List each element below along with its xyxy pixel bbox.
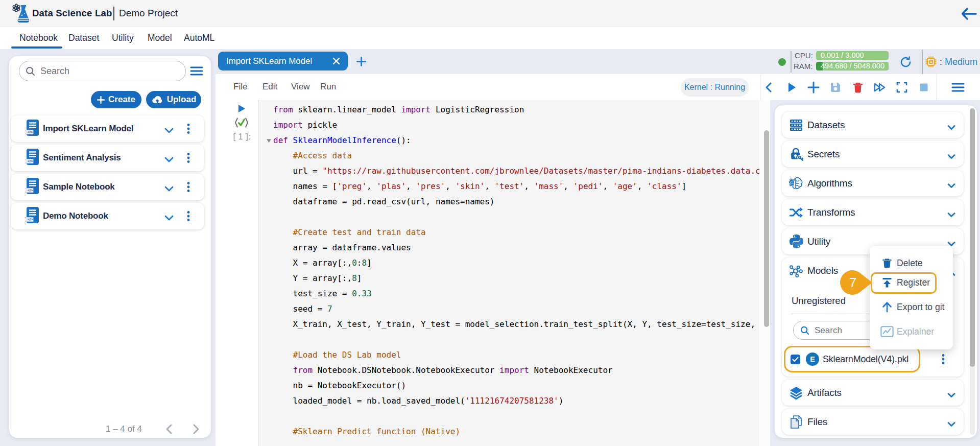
chevron-down-icon[interactable]: [947, 125, 955, 130]
new-tab-icon[interactable]: [356, 57, 366, 66]
kernel-status-chip: Kernel : Running: [681, 78, 749, 97]
nav-tab-utility[interactable]: Utility: [112, 27, 134, 49]
section-chevron[interactable]: [947, 210, 955, 220]
notebook-list-item[interactable]: </> Demo Notebook: [11, 203, 204, 229]
notebook-expand-chevron[interactable]: [164, 126, 174, 135]
cell-run-icon[interactable]: [238, 104, 246, 113]
chevron-down-icon[interactable]: [164, 128, 174, 133]
tab-close-icon[interactable]: [332, 57, 340, 65]
kebab-menu-icon[interactable]: [187, 182, 190, 192]
code-line: [273, 209, 759, 225]
code-scroll-region[interactable]: from sklearn.linear_model import Logisti…: [259, 100, 759, 446]
code-scrollbar-thumb[interactable]: [764, 130, 769, 327]
toolbar-save-icon[interactable]: [829, 81, 842, 94]
notebook-icon: </>: [25, 120, 40, 138]
chevron-down-icon[interactable]: [947, 183, 955, 189]
kebab-menu-icon[interactable]: [942, 354, 945, 364]
environment-label[interactable]: : Medium: [940, 57, 977, 67]
model-checkbox[interactable]: [791, 355, 800, 364]
notebook-expand-chevron[interactable]: [164, 155, 174, 165]
section-chevron[interactable]: [947, 420, 955, 429]
notebook-more-menu[interactable]: [187, 211, 190, 223]
toolbar-run-all-icon[interactable]: [873, 81, 887, 94]
nav-tab-notebook[interactable]: Notebook: [19, 27, 58, 49]
nav-tab-dataset[interactable]: Dataset: [68, 27, 99, 49]
secrets-icon: [788, 147, 804, 162]
chevron-down-icon[interactable]: [947, 422, 955, 427]
svg-text:</>: </>: [28, 159, 33, 163]
sidebar-search-input[interactable]: Search: [19, 61, 186, 81]
toolbar-delete-icon[interactable]: [851, 81, 865, 94]
models-icon: [788, 263, 804, 278]
sidebar-menu-icon[interactable]: [190, 64, 203, 78]
notebook-more-menu[interactable]: [187, 153, 190, 165]
nav-tab-model[interactable]: Model: [148, 27, 172, 49]
toolbar-back-icon[interactable]: [762, 81, 776, 94]
chevron-down-icon[interactable]: [947, 154, 955, 159]
model-more-menu[interactable]: [942, 354, 945, 366]
section-header-artifacts[interactable]: Artifacts: [782, 380, 964, 406]
chevron-down-icon[interactable]: [164, 186, 174, 192]
notebook-list-item[interactable]: </> Import SKLearn Model: [11, 115, 204, 142]
title-separator: [113, 7, 114, 20]
notebook-expand-chevron[interactable]: [164, 184, 174, 194]
section-header-datasets[interactable]: Datasets: [782, 112, 964, 138]
kebab-menu-icon[interactable]: [187, 124, 190, 134]
menu-view[interactable]: View: [291, 82, 310, 92]
chevron-down-icon[interactable]: [947, 213, 955, 218]
context-menu-item-delete[interactable]: Delete: [870, 253, 953, 273]
section-chevron[interactable]: [947, 181, 955, 191]
context-menu-item-export-to-git[interactable]: Export to git: [870, 297, 953, 317]
section-chevron[interactable]: [947, 391, 955, 400]
pagination-next-icon[interactable]: [187, 423, 204, 435]
create-button[interactable]: Create: [91, 91, 141, 108]
notebook-more-menu[interactable]: [187, 182, 190, 194]
menu-run[interactable]: Run: [320, 82, 336, 92]
notebook-list-item[interactable]: </> Sentiment Analysis: [11, 145, 204, 171]
section-header-files[interactable]: Files: [782, 409, 964, 435]
back-arrow-icon[interactable]: [960, 6, 977, 21]
context-menu-label: Explainer: [897, 326, 934, 337]
search-icon: [800, 326, 809, 335]
pagination-prev-icon[interactable]: [161, 423, 178, 435]
upload-button-label: Upload: [167, 95, 197, 105]
code-line: test_size = 0.33: [273, 286, 759, 301]
code-fold-icon[interactable]: [267, 139, 271, 143]
kebab-menu-icon[interactable]: [187, 153, 190, 163]
trash-icon: [880, 256, 894, 270]
code-content: from sklearn.linear_model import Logisti…: [273, 102, 759, 439]
nav-tab-automl[interactable]: AutoML: [184, 27, 214, 49]
section-header-algorithms[interactable]: Algorithms: [782, 170, 964, 196]
model-name: SklearnModel(V4).pkl: [823, 354, 909, 365]
app-logo-icon: [12, 4, 31, 24]
chevron-down-icon[interactable]: [947, 393, 955, 398]
section-label: Utility: [807, 236, 830, 247]
menu-edit[interactable]: Edit: [262, 82, 277, 92]
notebook-icon: </>: [25, 149, 40, 166]
section-chevron[interactable]: [947, 152, 955, 161]
model-list-item[interactable]: E SklearnModel(V4).pkl: [784, 346, 920, 372]
notebook-more-menu[interactable]: [187, 124, 190, 136]
cpu-chip-icon[interactable]: [925, 56, 937, 67]
divider: [760, 74, 760, 100]
toolbar-menu-icon[interactable]: [951, 81, 965, 94]
upload-button[interactable]: Upload: [146, 91, 201, 108]
toolbar-fullscreen-icon[interactable]: [895, 81, 909, 94]
section-header-transforms[interactable]: Transforms: [782, 199, 964, 225]
notebook-list-item[interactable]: </> Sample Notebook: [11, 174, 204, 200]
menu-file[interactable]: File: [233, 82, 247, 92]
kebab-menu-icon[interactable]: [187, 211, 190, 221]
environment-separator: :: [940, 57, 942, 67]
toolbar-stop-icon[interactable]: [917, 81, 930, 94]
panel-scrollbar-thumb[interactable]: [970, 108, 975, 367]
project-name: Demo Project: [119, 8, 178, 19]
chevron-down-icon[interactable]: [164, 157, 174, 162]
refresh-icon[interactable]: [899, 56, 912, 68]
section-header-secrets[interactable]: Secrets: [782, 141, 964, 167]
chevron-down-icon[interactable]: [164, 215, 174, 221]
document-tab[interactable]: Import SKLearn Model: [218, 52, 348, 71]
toolbar-add-cell-icon[interactable]: [807, 81, 820, 94]
section-chevron[interactable]: [947, 123, 955, 132]
notebook-expand-chevron[interactable]: [164, 214, 174, 223]
toolbar-run-icon[interactable]: [785, 81, 798, 94]
